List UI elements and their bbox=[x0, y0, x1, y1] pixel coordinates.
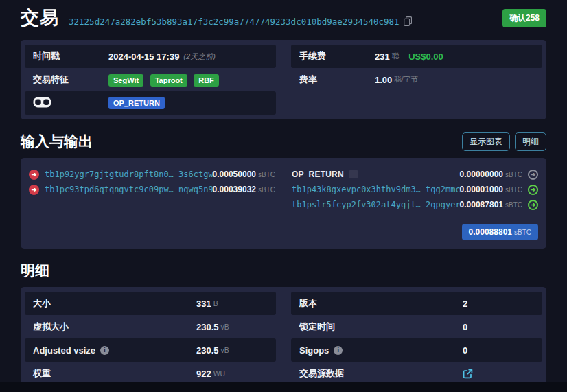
taproot-badge[interactable]: Taproot bbox=[150, 74, 187, 87]
adjusted-vsize-value: 230.5 bbox=[196, 345, 219, 356]
output-address-link[interactable]: tb1pslr5fcyp2fv302at4ygjt… 2qpgyer0 bbox=[292, 200, 460, 209]
io-section-title: 输入与输出 bbox=[21, 132, 93, 151]
info-left-table: 时间戳 2024-04-15 17:39 (2天之前) 交易特征 SegWit … bbox=[25, 45, 276, 115]
timestamp-value: 2024-04-15 17:39 bbox=[108, 51, 179, 62]
outputs-column: OP_RETURN 0.00000000sBTC ➜ tb1p43k8gxevp… bbox=[292, 168, 538, 240]
details-box: 大小 331 B 虚拟大小 230.5 vB Adjusted vsize i … bbox=[21, 287, 546, 390]
size-label: 大小 bbox=[33, 297, 196, 310]
io-details-button[interactable]: 明细 bbox=[515, 132, 546, 151]
features-row: 交易特征 SegWit Taproot RBF bbox=[25, 68, 276, 91]
weight-label: 权重 bbox=[33, 367, 196, 380]
timestamp-row: 时间戳 2024-04-15 17:39 (2天之前) bbox=[25, 45, 276, 68]
total-amount-button[interactable]: 0.00088801sBTC bbox=[462, 224, 538, 240]
txid-link[interactable]: 32125d247a282ebf53b893a17f3c2c99a7747749… bbox=[69, 16, 400, 27]
info-right-table: 手续费 231 聪 US$0.00 费率 1.00 聪/字节 bbox=[291, 45, 542, 115]
feerate-label: 费率 bbox=[299, 73, 375, 86]
adjusted-vsize-label: Adjusted vsize i bbox=[33, 345, 196, 356]
input-arrow-icon[interactable]: ➜ bbox=[29, 170, 39, 180]
details-section-header: 明细 bbox=[21, 261, 546, 280]
fee-fiat-value: US$0.00 bbox=[408, 51, 443, 62]
page-title: 交易 bbox=[21, 5, 59, 30]
adjusted-vsize-row: Adjusted vsize i 230.5 vB bbox=[25, 338, 276, 362]
raw-transaction-label: 交易源数据 bbox=[299, 367, 463, 380]
weight-row: 权重 922 WU bbox=[25, 362, 276, 385]
input-address-link[interactable]: tb1pc93tpd6qtqngvtc9c09pw… nqwq5n96 bbox=[45, 185, 213, 194]
timestamp-relative: (2天之前) bbox=[183, 51, 215, 62]
weight-unit: WU bbox=[213, 369, 226, 378]
timestamp-label: 时间戳 bbox=[33, 50, 108, 62]
output-row: tb1p43k8gxevpc0x3hthv9dm3… tqg2mmc4 0.00… bbox=[292, 183, 538, 196]
size-value: 331 bbox=[196, 299, 211, 309]
size-row: 大小 331 B bbox=[25, 292, 276, 315]
locktime-row: 锁定时间 0 bbox=[291, 315, 542, 338]
goggles-icon[interactable] bbox=[33, 97, 108, 110]
input-amount: 0.00050000sBTC bbox=[213, 170, 275, 179]
info-icon[interactable]: i bbox=[100, 346, 109, 355]
fee-label: 手续费 bbox=[299, 50, 375, 62]
input-row: ➜ tb1p92ygr7gjtgtudr8pft8n0… 3s6ctgwd 0.… bbox=[29, 168, 275, 181]
vsize-unit: vB bbox=[221, 323, 229, 331]
locktime-value: 0 bbox=[463, 322, 467, 332]
inputs-column: ➜ tb1p92ygr7gjtgtudr8pft8n0… 3s6ctgwd 0.… bbox=[29, 168, 275, 240]
output-amount: 0.00001000sBTC bbox=[460, 185, 522, 194]
segwit-badge[interactable]: SegWit bbox=[108, 74, 143, 87]
output-spend-icon[interactable]: ➜ bbox=[528, 185, 538, 195]
rbf-badge[interactable]: RBF bbox=[194, 74, 219, 87]
fee-value: 231 bbox=[375, 51, 390, 62]
input-address-link[interactable]: tb1p92ygr7gjtgtudr8pft8n0… 3s6ctgwd bbox=[45, 170, 213, 179]
output-unspendable-icon[interactable]: ➜ bbox=[528, 170, 538, 180]
locktime-label: 锁定时间 bbox=[299, 321, 463, 333]
io-section-header: 输入与输出 显示图表 明细 bbox=[21, 132, 546, 151]
features-label: 交易特征 bbox=[33, 73, 108, 86]
details-left-table: 大小 331 B 虚拟大小 230.5 vB Adjusted vsize i … bbox=[25, 292, 276, 385]
transaction-page: 交易 32125d247a282ebf53b893a17f3c2c99a7747… bbox=[0, 0, 567, 390]
input-arrow-icon[interactable]: ➜ bbox=[29, 185, 39, 195]
output-row-opreturn: OP_RETURN 0.00000000sBTC ➜ bbox=[292, 168, 538, 181]
version-row: 版本 2 bbox=[291, 292, 542, 315]
external-link-icon[interactable] bbox=[463, 369, 473, 379]
sigops-value: 0 bbox=[463, 345, 467, 356]
op-return-data-chip[interactable] bbox=[349, 170, 358, 178]
footer-strip bbox=[0, 382, 567, 392]
input-amount: 0.00039032sBTC bbox=[213, 185, 275, 194]
transaction-info-box: 时间戳 2024-04-15 17:39 (2天之前) 交易特征 SegWit … bbox=[21, 40, 546, 119]
op-return-feature-badge[interactable]: OP_RETURN bbox=[108, 97, 165, 109]
sigops-label: Sigops i bbox=[299, 345, 463, 356]
op-return-output-label: OP_RETURN bbox=[292, 170, 344, 179]
spacer-row bbox=[291, 91, 542, 115]
adjusted-vsize-unit: vB bbox=[221, 346, 229, 354]
version-label: 版本 bbox=[299, 297, 463, 310]
vsize-value: 230.5 bbox=[196, 322, 219, 332]
feerate-row: 费率 1.00 聪/字节 bbox=[291, 68, 542, 91]
info-icon[interactable]: i bbox=[334, 346, 343, 355]
details-section-title: 明细 bbox=[21, 261, 49, 280]
output-address-link[interactable]: tb1p43k8gxevpc0x3hthv9dm3… tqg2mmc4 bbox=[292, 185, 460, 194]
feerate-value: 1.00 bbox=[375, 75, 392, 85]
fee-unit: 聪 bbox=[392, 51, 400, 61]
raw-transaction-row: 交易源数据 bbox=[291, 362, 542, 385]
output-amount: 0.00000000sBTC bbox=[460, 170, 522, 179]
size-unit: B bbox=[213, 299, 218, 308]
weight-value: 922 bbox=[196, 369, 211, 379]
page-header: 交易 32125d247a282ebf53b893a17f3c2c99a7747… bbox=[21, 5, 546, 30]
copy-icon[interactable] bbox=[404, 16, 412, 26]
feerate-unit: 聪/字节 bbox=[394, 75, 417, 84]
output-row: tb1pslr5fcyp2fv302at4ygjt… 2qpgyer0 0.00… bbox=[292, 198, 538, 211]
sigops-row: Sigops i 0 bbox=[291, 338, 542, 362]
goggles-row: OP_RETURN bbox=[25, 91, 276, 115]
inputs-outputs-box: ➜ tb1p92ygr7gjtgtudr8pft8n0… 3s6ctgwd 0.… bbox=[21, 158, 546, 249]
details-right-table: 版本 2 锁定时间 0 Sigops i 0 交易源数据 bbox=[291, 292, 542, 385]
confirmations-badge[interactable]: 确认258 bbox=[502, 9, 546, 27]
vsize-row: 虚拟大小 230.5 vB bbox=[25, 315, 276, 338]
input-row: ➜ tb1pc93tpd6qtqngvtc9c09pw… nqwq5n96 0.… bbox=[29, 183, 275, 196]
fee-row: 手续费 231 聪 US$0.00 bbox=[291, 45, 542, 68]
version-value: 2 bbox=[463, 299, 467, 309]
output-amount: 0.00087801sBTC bbox=[460, 200, 522, 209]
show-diagram-button[interactable]: 显示图表 bbox=[462, 132, 510, 151]
vsize-label: 虚拟大小 bbox=[33, 321, 196, 333]
output-spend-icon[interactable]: ➜ bbox=[528, 200, 538, 210]
